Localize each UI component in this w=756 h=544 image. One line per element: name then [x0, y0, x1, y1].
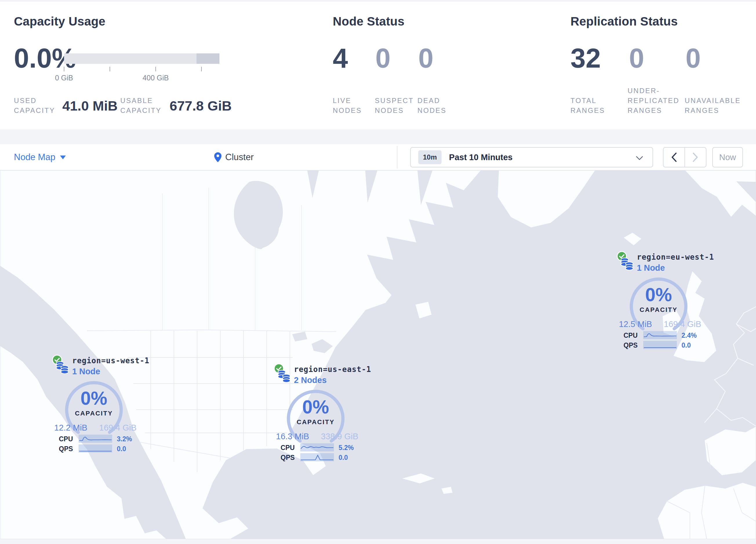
suspect-nodes-label: SUSPECT NODES — [375, 96, 414, 115]
capacity-usage-title: Capacity Usage — [14, 14, 106, 28]
cpu-value: 5.2% — [339, 444, 354, 452]
toolbar-separator — [397, 146, 397, 168]
unavailable-label: UNAVAILABLE RANGES — [685, 96, 740, 115]
qps-label: QPS — [624, 342, 638, 349]
region-total-capacity: 338.9 GiB — [321, 432, 358, 441]
under-replicated-label: UNDER-REPLICATED RANGES — [628, 86, 684, 115]
cpu-sparkline — [79, 435, 112, 443]
region-nodes-link[interactable]: 2 Nodes — [294, 376, 327, 385]
chevron-right-icon — [693, 153, 698, 162]
region-used-capacity: 12.5 MiB — [619, 320, 652, 329]
capacity-axis-400: 400 GiB — [138, 74, 173, 82]
database-stack-icon — [277, 369, 292, 383]
capacity-axis-0: 0 GiB — [47, 74, 81, 82]
qps-value: 0.0 — [117, 445, 126, 453]
qps-label: QPS — [281, 454, 295, 462]
under-replicated-count: 0 — [629, 45, 644, 72]
time-back-button[interactable] — [664, 148, 684, 167]
capacity-gauge-percent: 0% — [63, 388, 124, 409]
capacity-bar-chart — [64, 53, 219, 64]
qps-value: 0.0 — [682, 342, 691, 349]
cockroachdb-cluster-overview: { "summary": { "capacity": { "title": "C… — [0, 0, 756, 544]
breadcrumb[interactable]: Cluster — [214, 144, 254, 170]
map-toolbar: Node Map Cluster 10m Past 10 Minutes Now — [0, 144, 756, 170]
qps-value: 0.0 — [339, 454, 348, 462]
qps-sparkline — [300, 453, 334, 461]
footer-strip — [0, 539, 756, 544]
capacity-gauge-label: CAPACITY — [628, 306, 689, 314]
region-label: region=us-east-1 — [294, 365, 371, 374]
live-nodes-count: 4 — [333, 45, 348, 72]
region-total-capacity: 169.4 GiB — [99, 423, 137, 433]
chevron-left-icon — [671, 153, 677, 162]
region-used-capacity: 12.2 MiB — [54, 423, 87, 433]
cpu-label: CPU — [59, 435, 73, 443]
usable-capacity-value: 677.8 GiB — [170, 98, 232, 114]
capacity-gauge-label: CAPACITY — [285, 418, 346, 426]
node-status-title: Node Status — [333, 14, 404, 28]
capacity-bar-tail — [197, 53, 219, 64]
capacity-gauge-percent: 0% — [628, 284, 689, 306]
database-stack-icon — [55, 360, 70, 374]
capacity-gauge-percent: 0% — [285, 396, 346, 418]
dead-nodes-label: DEAD NODES — [417, 96, 451, 115]
suspect-nodes-count: 0 — [375, 45, 390, 72]
region-label: region=eu-west-1 — [637, 253, 714, 261]
cpu-label: CPU — [624, 332, 638, 340]
cpu-sparkline — [300, 443, 334, 452]
view-selector-dropdown[interactable]: Node Map — [14, 144, 66, 170]
time-pager — [663, 147, 706, 167]
caret-down-icon — [60, 155, 66, 159]
cluster-summary-bar: Capacity Usage 0.0% 0 GiB 400 GiB USED C… — [0, 2, 756, 129]
cpu-label: CPU — [281, 444, 295, 452]
region-used-capacity: 16.3 MiB — [276, 432, 309, 441]
unavailable-count: 0 — [686, 45, 701, 72]
locality-marker-us-east-1[interactable]: region=us-east-1 2 Nodes 0% CAPACITY 16.… — [274, 363, 361, 462]
cpu-value: 2.4% — [682, 332, 697, 340]
qps-label: QPS — [59, 445, 73, 453]
qps-sparkline — [79, 445, 112, 453]
time-range-label: Past 10 Minutes — [449, 153, 513, 162]
replication-status-title: Replication Status — [570, 14, 678, 28]
region-nodes-link[interactable]: 1 Node — [72, 367, 100, 376]
total-ranges-label: TOTAL RANGES — [570, 96, 614, 115]
dead-nodes-count: 0 — [418, 45, 433, 72]
capacity-gauge-label: CAPACITY — [63, 410, 124, 417]
used-capacity-label: USED CAPACITY — [14, 96, 65, 115]
usable-capacity-label: USABLE CAPACITY — [120, 96, 171, 115]
time-range-badge: 10m — [418, 150, 441, 164]
live-nodes-label: LIVE NODES — [333, 96, 366, 115]
cpu-sparkline — [643, 331, 677, 339]
total-ranges-count: 32 — [570, 45, 601, 72]
region-label: region=us-west-1 — [72, 356, 149, 365]
node-map[interactable]: region=us-west-1 1 Node 0% CAPACITY 12.2… — [0, 170, 756, 539]
cpu-value: 3.2% — [117, 435, 132, 443]
chevron-down-icon — [636, 156, 643, 160]
locality-marker-us-west-1[interactable]: region=us-west-1 1 Node 0% CAPACITY 12.2… — [52, 355, 139, 453]
locality-marker-eu-west-1[interactable]: region=eu-west-1 1 Node 0% CAPACITY 12.5… — [617, 251, 704, 350]
location-pin-icon — [214, 152, 222, 162]
database-stack-icon — [620, 256, 635, 271]
qps-sparkline — [643, 341, 677, 349]
used-capacity-value: 41.0 MiB — [62, 98, 118, 114]
region-total-capacity: 169.4 GiB — [664, 320, 701, 329]
time-range-dropdown[interactable]: 10m Past 10 Minutes — [410, 147, 653, 167]
now-button[interactable]: Now — [712, 147, 743, 167]
time-forward-button[interactable] — [684, 148, 706, 167]
breadcrumb-label: Cluster — [225, 152, 254, 162]
region-nodes-link[interactable]: 1 Node — [637, 263, 665, 273]
view-selector-label: Node Map — [14, 152, 55, 162]
